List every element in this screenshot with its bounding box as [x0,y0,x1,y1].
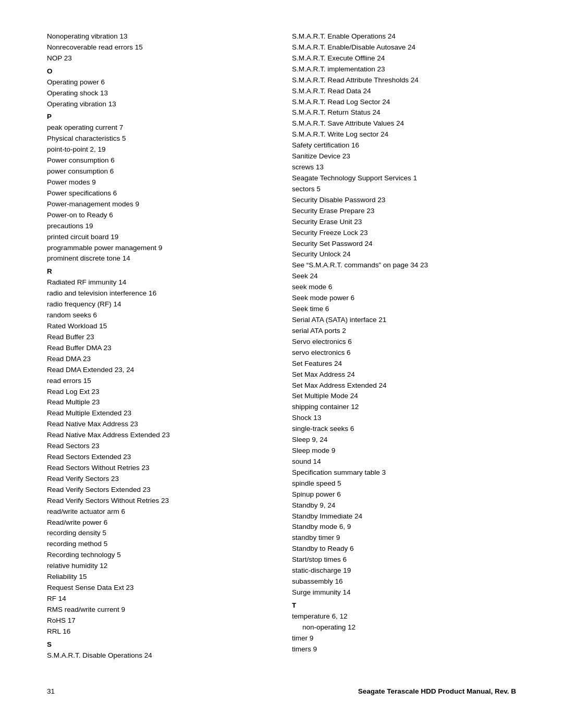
list-item: temperature 6, 12 [292,611,516,622]
list-item: Standby mode 6, 9 [292,522,516,533]
list-item: Power specifications 6 [47,188,271,199]
list-item: Request Sense Data Ext 23 [47,583,271,594]
list-item: Read Native Max Address 23 [47,419,271,430]
list-item: S.M.A.R.T. Read Log Sector 24 [292,97,516,108]
section-letter: P [47,112,271,122]
right-column: S.M.A.R.T. Enable Operations 24S.M.A.R.T… [292,31,516,661]
list-item: radio frequency (RF) 14 [47,299,271,310]
list-item: Security Erase Unit 23 [292,217,516,228]
list-item: S.M.A.R.T. Read Attribute Thresholds 24 [292,75,516,86]
list-item: Read DMA 23 [47,354,271,365]
list-item: Operating vibration 13 [47,99,271,110]
section-letter: R [47,266,271,277]
list-item: Sleep mode 9 [292,446,516,456]
list-item: shipping container 12 [292,402,516,413]
list-item: programmable power management 9 [47,243,271,254]
list-item: Operating power 6 [47,77,271,88]
list-item: Security Freeze Lock 23 [292,228,516,239]
list-item: Read Buffer 23 [47,332,271,343]
list-item: Sanitize Device 23 [292,151,516,162]
list-item: Read Multiple Extended 23 [47,408,271,419]
list-item: Security Set Password 24 [292,239,516,250]
list-item: random seeks 6 [47,310,271,321]
list-item: subassembly 16 [292,576,516,587]
list-item: Standby Immediate 24 [292,511,516,522]
list-item: radio and television interference 16 [47,288,271,299]
page-content: Nonoperating vibration 13Nonrecoverable … [47,31,516,661]
list-item: Shock 13 [292,413,516,424]
left-column: Nonoperating vibration 13Nonrecoverable … [47,31,271,661]
list-item: Read DMA Extended 23, 24 [47,365,271,376]
list-item: precautions 19 [47,221,271,232]
list-item: Read Native Max Address Extended 23 [47,430,271,441]
list-item: Set Multiple Mode 24 [292,391,516,402]
list-item: Set Max Address Extended 24 [292,380,516,391]
list-item: Power-on to Ready 6 [47,210,271,221]
list-item: Security Disable Password 23 [292,195,516,206]
list-item: Power consumption 6 [47,155,271,166]
list-item: S.M.A.R.T. Enable Operations 24 [292,31,516,42]
list-item: timers 9 [292,644,516,655]
list-item: Read Verify Sectors Without Retries 23 [47,496,271,507]
list-item: Physical characteristics 5 [47,133,271,144]
list-item: Seek 24 [292,271,516,282]
list-item: Seek mode power 6 [292,293,516,304]
list-item: timer 9 [292,633,516,644]
manual-title: Seagate Terascale HDD Product Manual, Re… [358,687,516,695]
list-item: RMS read/write current 9 [47,604,271,615]
list-item: Read Sectors 23 [47,441,271,452]
list-item: Power-management modes 9 [47,199,271,210]
list-item: recording method 5 [47,539,271,550]
list-item: Set Max Address 24 [292,369,516,380]
list-item: Read Sectors Extended 23 [47,452,271,463]
list-item: Read Verify Sectors Extended 23 [47,485,271,496]
list-item: See “S.M.A.R.T. commands” on page 34 23 [292,260,516,271]
list-item: read errors 15 [47,376,271,387]
list-item: Sleep 9, 24 [292,435,516,446]
list-item: static-discharge 19 [292,565,516,576]
list-item: S.M.A.R.T. implementation 23 [292,64,516,75]
section-letter: T [292,600,516,611]
section-letter: S [47,639,271,650]
list-item: sound 14 [292,456,516,467]
list-item: Standby to Ready 6 [292,544,516,554]
list-item: Read Sectors Without Retries 23 [47,463,271,474]
list-item: NOP 23 [47,53,271,64]
list-item: standby timer 9 [292,533,516,544]
list-item: Operating shock 13 [47,88,271,99]
list-item: Read Multiple 23 [47,397,271,408]
list-item: screws 13 [292,162,516,173]
list-item: Radiated RF immunity 14 [47,277,271,288]
list-item: S.M.A.R.T. Return Status 24 [292,107,516,118]
list-item: Safety certification 16 [292,140,516,151]
list-item: single-track seeks 6 [292,424,516,435]
list-item: Start/stop times 6 [292,554,516,565]
list-item: read/write actuator arm 6 [47,507,271,517]
list-item: Serial ATA (SATA) interface 21 [292,315,516,326]
list-item: Nonoperating vibration 13 [47,31,271,42]
list-item: peak operating current 7 [47,122,271,133]
list-item: S.M.A.R.T. Read Data 24 [292,86,516,97]
list-item: Servo electronics 6 [292,337,516,348]
sub-entry: non-operating 12 [292,622,516,633]
list-item: Spinup power 6 [292,489,516,500]
list-item: Read Verify Sectors 23 [47,474,271,485]
list-item: servo electronics 6 [292,348,516,359]
list-item: Seek time 6 [292,304,516,315]
list-item: prominent discrete tone 14 [47,253,271,264]
list-item: RoHS 17 [47,615,271,626]
list-item: Read Buffer DMA 23 [47,343,271,354]
list-item: Read/write power 6 [47,517,271,528]
list-item: Security Unlock 24 [292,249,516,260]
list-item: Standby 9, 24 [292,500,516,511]
list-item: S.M.A.R.T. Write Log sector 24 [292,129,516,140]
list-item: Security Erase Prepare 23 [292,206,516,217]
list-item: spindle speed 5 [292,478,516,489]
list-item: recording density 5 [47,528,271,539]
list-item: RRL 16 [47,626,271,637]
list-item: Rated Workload 15 [47,321,271,332]
list-item: S.M.A.R.T. Save Attribute Values 24 [292,118,516,129]
list-item: printed circuit board 19 [47,232,271,243]
list-item: relative humidity 12 [47,561,271,572]
list-item: Power modes 9 [47,177,271,188]
